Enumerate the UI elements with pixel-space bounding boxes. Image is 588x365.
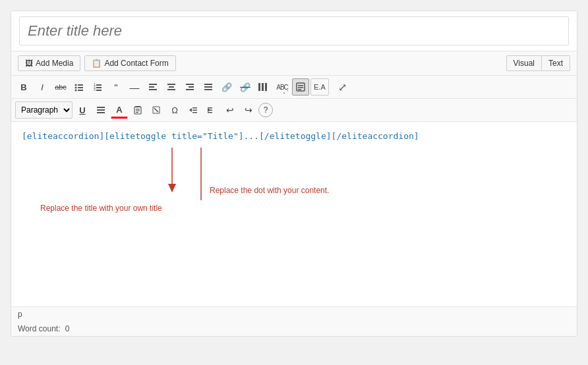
svg-point-4: [75, 90, 77, 92]
svg-rect-44: [192, 112, 197, 113]
shortcode-text: [eliteaccordion][elitetoggle title="Titl…: [22, 131, 419, 141]
special-char-button[interactable]: Ω: [166, 101, 183, 119]
clear-format-icon: [152, 105, 161, 115]
svg-rect-25: [262, 83, 264, 91]
svg-rect-38: [136, 112, 138, 113]
add-media-button[interactable]: 🖼 Add Media: [18, 55, 80, 71]
svg-point-2: [75, 87, 77, 89]
svg-rect-46: [208, 107, 212, 109]
font-color-button[interactable]: A: [111, 101, 128, 119]
svg-rect-19: [189, 86, 194, 88]
svg-rect-21: [204, 84, 212, 85]
tab-visual[interactable]: Visual: [506, 55, 542, 71]
svg-rect-18: [186, 84, 194, 85]
add-media-label: Add Media: [36, 59, 73, 68]
toolbar-format-row2: Paragraph U A Ω ↩ ↪ ?: [11, 99, 577, 122]
word-count-bar: Word count: 0: [11, 322, 577, 336]
unlink-button[interactable]: 🔗: [237, 78, 254, 96]
title-input[interactable]: [19, 16, 569, 45]
svg-rect-26: [265, 83, 267, 91]
svg-rect-1: [78, 84, 83, 86]
clear-formatting-button[interactable]: [148, 101, 165, 119]
svg-rect-24: [258, 83, 260, 91]
bullet-list-button[interactable]: [71, 78, 88, 96]
svg-rect-29: [298, 87, 303, 88]
undo-button[interactable]: ↩: [221, 101, 239, 119]
svg-rect-5: [78, 90, 83, 91]
svg-line-40: [154, 108, 158, 112]
underline-button[interactable]: U: [74, 101, 91, 119]
horizontal-rule-button[interactable]: —: [126, 78, 143, 96]
numbered-list-button[interactable]: 1.2.3.: [89, 78, 106, 96]
italic-button[interactable]: I: [34, 78, 51, 96]
svg-rect-37: [136, 111, 140, 111]
svg-rect-31: [97, 107, 105, 108]
svg-rect-7: [96, 84, 102, 86]
align-right-icon: [185, 82, 194, 92]
toolbar-format-row1: B I abc 1.2.3. " — 🔗 🔗 ABC E.A: [11, 76, 577, 99]
svg-marker-41: [189, 108, 192, 112]
word-count-label: Word count:: [18, 324, 60, 333]
align-center-icon: [167, 82, 176, 92]
outdent-button[interactable]: [185, 101, 202, 119]
current-tag: p: [18, 310, 22, 319]
svg-rect-48: [208, 112, 212, 113]
status-bar: p: [11, 306, 577, 322]
paragraph-select[interactable]: Paragraph: [15, 101, 73, 119]
help-button[interactable]: ?: [258, 103, 273, 117]
svg-rect-3: [78, 87, 83, 88]
svg-rect-12: [149, 84, 157, 85]
editor-tabs: Visual Text: [506, 55, 570, 71]
svg-rect-14: [149, 89, 157, 90]
fullscreen-button[interactable]: ⤢: [334, 78, 351, 96]
align-left-icon: [148, 82, 158, 92]
align-center-button[interactable]: [163, 78, 180, 96]
redo-button[interactable]: ↪: [240, 101, 257, 119]
outdent-icon: [189, 105, 198, 115]
editor-content[interactable]: [eliteaccordion][elitetoggle title="Titl…: [11, 122, 577, 306]
shortcode-line: [eliteaccordion][elitetoggle title="Titl…: [22, 131, 566, 141]
spellcheck-button[interactable]: ABC: [274, 78, 291, 96]
svg-rect-36: [136, 109, 140, 109]
indent-button[interactable]: [203, 101, 220, 119]
hint-right-text: Replace the dot with your content.: [210, 186, 329, 195]
tab-text[interactable]: Text: [542, 55, 570, 71]
paste-text-icon: [133, 105, 142, 115]
svg-rect-43: [192, 110, 197, 111]
hint-left-text: Replace the title with your own title: [40, 204, 162, 213]
justify-button[interactable]: [200, 78, 217, 96]
svg-rect-33: [97, 112, 105, 113]
blockquote-button[interactable]: ": [107, 78, 125, 96]
align-left-button[interactable]: [144, 78, 162, 96]
insert-more-button[interactable]: [255, 78, 272, 96]
paste-as-text-button[interactable]: [129, 101, 146, 119]
toolbar-toggle-icon: [296, 82, 305, 92]
word-count-value: 0: [65, 324, 70, 333]
svg-point-0: [75, 84, 77, 86]
align-right-button[interactable]: [181, 78, 198, 96]
svg-rect-30: [298, 89, 301, 90]
bold-button[interactable]: B: [15, 78, 32, 96]
svg-rect-28: [298, 85, 303, 86]
annotation-area: Replace the dot with your content. Repla…: [22, 148, 566, 227]
media-icon: 🖼: [25, 59, 33, 68]
editor-wrapper: 🖼 Add Media 📋 Add Contact Form Visual Te…: [11, 11, 577, 337]
add-contact-label: Add Contact Form: [104, 59, 168, 68]
title-area: [11, 11, 577, 51]
svg-rect-11: [96, 90, 102, 91]
svg-rect-20: [186, 89, 194, 90]
link-button[interactable]: 🔗: [218, 78, 235, 96]
toolbar-toggle-button[interactable]: [292, 78, 309, 96]
numbered-list-icon: 1.2.3.: [93, 82, 102, 92]
svg-rect-42: [192, 107, 197, 109]
strikethrough-button[interactable]: abc: [52, 78, 69, 96]
insert-more-icon: [258, 82, 270, 92]
svg-rect-9: [96, 87, 102, 88]
elite-accordion-button[interactable]: E.A: [310, 78, 329, 96]
add-contact-button[interactable]: 📋 Add Contact Form: [84, 55, 175, 71]
justify-full-button[interactable]: [92, 101, 109, 119]
svg-rect-17: [167, 89, 175, 90]
bullet-list-icon: [74, 82, 84, 92]
svg-text:3.: 3.: [94, 88, 96, 92]
contact-icon: 📋: [92, 59, 102, 68]
